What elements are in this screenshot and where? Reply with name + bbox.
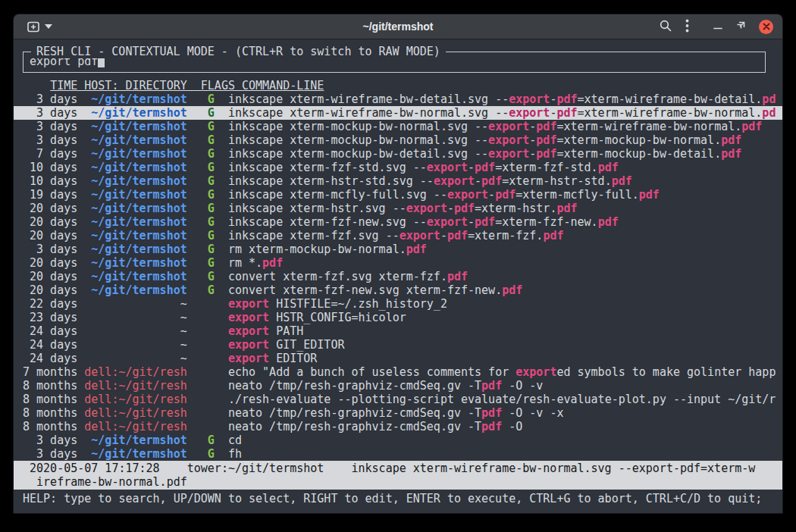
match-highlight: pdf bbox=[556, 92, 577, 106]
detail-line: ireframe-bw-normal.pdf bbox=[23, 475, 764, 489]
history-row[interactable]: 24 days ~ export GIT_EDITOR bbox=[14, 338, 782, 352]
row-time: 23 days bbox=[23, 311, 84, 324]
match-highlight: export bbox=[509, 106, 550, 120]
row-time: 20 days bbox=[23, 256, 84, 270]
command-text: HSTR_CONFIG=hicolor bbox=[269, 311, 406, 324]
history-row[interactable]: 8 months dell:~/git/resh neato /tmp/resh… bbox=[14, 406, 782, 420]
command-text: -O -v -x bbox=[502, 406, 563, 420]
history-row[interactable]: 20 days ~/git/termshot G inkscape xterm-… bbox=[14, 215, 782, 229]
match-highlight: pdf bbox=[721, 133, 741, 147]
close-button[interactable] bbox=[759, 20, 773, 34]
match-highlight: pdf bbox=[481, 174, 502, 188]
history-row[interactable]: 10 days ~/git/termshot G inkscape xterm-… bbox=[14, 161, 782, 174]
history-row[interactable]: 20 days ~/git/termshot G rm *.pdf bbox=[14, 256, 782, 270]
match-highlight: pdf bbox=[536, 147, 556, 161]
history-row[interactable]: 24 days ~ export PATH bbox=[14, 324, 782, 338]
row-flags: G bbox=[187, 447, 228, 461]
command-text: neato /tmp/resh-graphviz-cmdSeq.gv -T bbox=[228, 379, 481, 393]
history-row[interactable]: 3 days ~/git/termshot G inkscape xterm-m… bbox=[14, 120, 782, 133]
history-row[interactable]: 10 days ~/git/termshot G inkscape xterm-… bbox=[14, 174, 782, 188]
row-host: dell:~/git/resh bbox=[84, 406, 186, 420]
match-highlight: pdf bbox=[447, 270, 468, 283]
match-highlight: pdf bbox=[481, 406, 502, 420]
row-flags: G bbox=[187, 283, 228, 297]
match-highlight: export bbox=[488, 120, 529, 133]
restore-button[interactable] bbox=[736, 21, 745, 33]
history-row[interactable]: 20 days ~/git/termshot G convert xterm-f… bbox=[14, 270, 782, 283]
titlebar[interactable]: ~/git/termshot bbox=[14, 14, 782, 39]
row-host: dell:~/git/resh bbox=[84, 365, 186, 379]
history-row[interactable]: 23 days ~ export HSTR_CONFIG=hicolor bbox=[14, 311, 782, 324]
row-time: 19 days bbox=[23, 188, 84, 202]
history-row[interactable]: 19 days ~/git/termshot G inkscape xterm-… bbox=[14, 188, 782, 202]
row-flags: G bbox=[187, 188, 228, 202]
row-time: 20 days bbox=[23, 229, 84, 243]
row-command: rm xterm-mockup-bw-normal.pdf bbox=[228, 243, 427, 256]
match-highlight: export bbox=[228, 311, 269, 324]
minimize-button[interactable] bbox=[713, 21, 722, 33]
row-command: inkscape xterm-fzf-std.svg --export-pdf=… bbox=[228, 161, 619, 174]
history-row[interactable]: 20 days ~/git/termshot G inkscape xterm-… bbox=[14, 202, 782, 215]
match-highlight: export bbox=[516, 365, 556, 379]
kebab-menu-icon bbox=[685, 19, 689, 33]
row-host: ~/git/termshot bbox=[84, 202, 186, 215]
command-text: inkscape xterm-mockup-bw-normal.svg -- bbox=[228, 133, 488, 147]
command-text: EDITOR bbox=[269, 352, 317, 365]
command-text: fh bbox=[228, 447, 242, 461]
row-command: inkscape xterm-wireframe-bw-detail.svg -… bbox=[228, 92, 776, 106]
match-highlight: export bbox=[228, 297, 269, 311]
history-row[interactable]: 20 days ~/git/termshot G convert xterm-f… bbox=[14, 283, 782, 297]
search-button[interactable] bbox=[659, 19, 672, 34]
command-text: convert xterm-fzf-new.svg xterm-fzf-new. bbox=[228, 283, 502, 297]
match-highlight: pdf bbox=[481, 379, 502, 393]
history-row[interactable]: 22 days ~ export HISTFILE=~/.zsh_history… bbox=[14, 297, 782, 311]
history-row[interactable]: 7 days ~/git/termshot G inkscape xterm-m… bbox=[14, 147, 782, 161]
row-command: neato /tmp/resh-graphviz-cmdSeq.gv -Tpdf… bbox=[228, 406, 564, 420]
row-host: dell:~/git/resh bbox=[84, 393, 186, 406]
row-time: 10 days bbox=[23, 174, 84, 188]
row-flags bbox=[187, 297, 228, 311]
search-icon bbox=[659, 19, 672, 32]
menu-button[interactable] bbox=[685, 19, 689, 35]
row-host: ~/git/termshot bbox=[84, 174, 186, 188]
command-text: neato /tmp/resh-graphviz-cmdSeq.gv -T bbox=[228, 420, 481, 433]
row-time: 8 months bbox=[23, 393, 84, 406]
command-text: - bbox=[440, 229, 447, 243]
history-row[interactable]: 8 months dell:~/git/resh neato /tmp/resh… bbox=[14, 420, 782, 433]
history-row[interactable]: 8 months dell:~/git/resh ./resh-evaluate… bbox=[14, 393, 782, 406]
resh-search-box[interactable]: RESH CLI - CONTEXTUAL MODE - (CTRL+R to … bbox=[23, 52, 766, 73]
command-text: rm xterm-mockup-bw-normal. bbox=[228, 243, 406, 256]
row-command: convert xterm-fzf-new.svg xterm-fzf-new.… bbox=[228, 283, 522, 297]
history-row[interactable]: 3 days ~/git/termshot G fh bbox=[14, 447, 782, 461]
command-text: inkscape xterm-mockup-bw-normal.svg -- bbox=[228, 120, 488, 133]
row-host: ~ bbox=[84, 324, 186, 338]
history-row[interactable]: 3 days ~/git/termshot G inkscape xterm-m… bbox=[14, 133, 782, 147]
row-command: inkscape xterm-mcfly-full.svg --export-p… bbox=[228, 188, 660, 202]
row-command: convert xterm-fzf.svg xterm-fzf.pdf bbox=[228, 270, 468, 283]
new-tab-button[interactable] bbox=[23, 19, 57, 35]
command-text: inkscape xterm-wireframe-bw-normal.svg -… bbox=[228, 106, 509, 120]
match-highlight: pdf bbox=[454, 202, 475, 215]
row-command: export PATH bbox=[228, 324, 303, 338]
history-row[interactable]: 8 months dell:~/git/resh neato /tmp/resh… bbox=[14, 379, 782, 393]
row-flags bbox=[187, 311, 228, 324]
history-row[interactable]: 3 days ~/git/termshot G cd bbox=[14, 433, 782, 447]
row-flags bbox=[187, 365, 228, 379]
row-command: inkscape xterm-fzf.svg --export-pdf=xter… bbox=[228, 229, 564, 243]
history-row[interactable]: 7 months dell:~/git/resh echo "Add a bun… bbox=[14, 365, 782, 379]
command-text: =xterm-fzf-new. bbox=[495, 215, 597, 229]
row-host: ~ bbox=[84, 338, 186, 352]
history-row[interactable]: 20 days ~/git/termshot G inkscape xterm-… bbox=[14, 229, 782, 243]
history-row[interactable]: 3 days ~/git/termshot G inkscape xterm-w… bbox=[14, 92, 782, 106]
history-row[interactable]: 3 days ~/git/termshot G rm xterm-mockup-… bbox=[14, 243, 782, 256]
row-time: 24 days bbox=[23, 324, 84, 338]
history-row[interactable]: 24 days ~ export EDITOR bbox=[14, 352, 782, 365]
command-text: inkscape xterm-fzf.svg -- bbox=[228, 229, 400, 243]
row-command: rm *.pdf bbox=[228, 256, 283, 270]
match-highlight: export bbox=[406, 202, 447, 215]
match-highlight: pdf bbox=[556, 106, 577, 120]
row-command: inkscape xterm-wireframe-bw-normal.svg -… bbox=[228, 106, 776, 120]
match-highlight: pdf bbox=[475, 161, 495, 174]
history-row[interactable]: 3 days ~/git/termshot G inkscape xterm-w… bbox=[14, 106, 782, 120]
command-text: inkscape xterm-hstr-std.svg -- bbox=[228, 174, 434, 188]
